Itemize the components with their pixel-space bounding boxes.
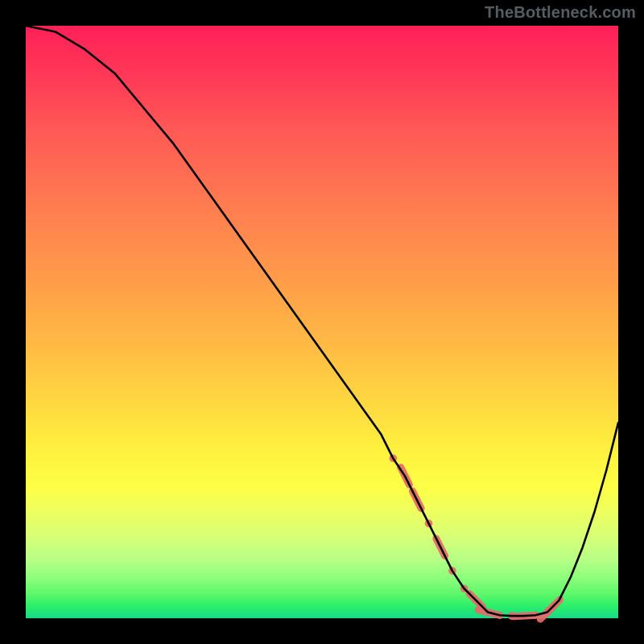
bottleneck-curve: [26, 26, 618, 616]
marker-group: [390, 455, 560, 620]
plot-area: [26, 26, 618, 618]
chart-container: TheBottleneck.com: [0, 0, 644, 644]
attribution-text: TheBottleneck.com: [485, 3, 636, 22]
chart-svg: [26, 26, 618, 618]
